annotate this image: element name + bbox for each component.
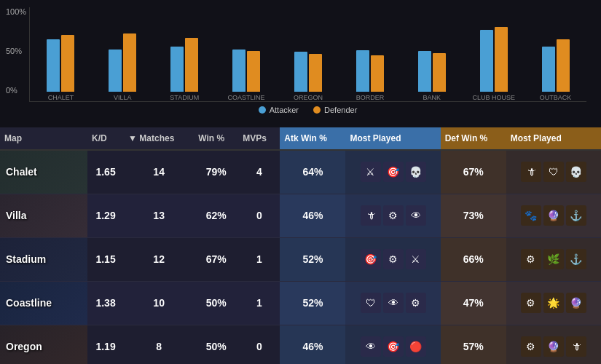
kd-value: 1.38 <box>87 281 124 325</box>
win-pct-value: 62% <box>194 194 238 237</box>
col-mvps: MVPs <box>238 127 280 150</box>
table-header-row: Map K/D ▼ Matches Win % MVPs Atk Win % <box>0 127 601 150</box>
chart-bars <box>356 8 384 92</box>
mvps-value: 1 <box>238 281 280 325</box>
defender-label: Defender <box>324 106 357 114</box>
operator-icon: 🐾 <box>521 205 541 226</box>
win-pct-value: 79% <box>194 150 238 194</box>
atk-win-pct: 52% <box>280 281 345 325</box>
chart-legend: Attacker Defender <box>29 106 586 114</box>
chart-map-label: CHALET <box>48 94 74 101</box>
matches-value: 12 <box>124 237 194 281</box>
mvps-value: 0 <box>238 325 280 364</box>
map-name: Coastline <box>6 297 52 309</box>
def-most-played: ⚙🔮🗡 <box>506 325 601 364</box>
y-label-100: 100% <box>6 7 26 16</box>
chart-bars <box>170 8 198 92</box>
chart-bars <box>109 8 136 92</box>
operator-icon: 🔮 <box>543 336 564 357</box>
operator-icon: 🔴 <box>406 336 426 357</box>
attacker-dot <box>259 106 266 114</box>
bar-attacker <box>109 50 122 92</box>
chart-area: CHALETVILLASTADIUMCOASTLINEOREGONBORDERB… <box>29 7 586 102</box>
chart-bars <box>47 8 74 92</box>
operator-icon: ⚙ <box>383 249 404 269</box>
col-atk-most-played: Most Played <box>345 127 440 150</box>
atk-most-played: 🛡👁⚙ <box>345 281 440 325</box>
bar-defender <box>123 33 136 92</box>
atk-op-icons: 👁🎯🔴 <box>350 336 436 357</box>
chart-section: 100% 50% 0% CHALETVILLASTADIUMCOASTLINEO… <box>0 0 601 127</box>
operator-icon: ⚓ <box>566 249 586 269</box>
stats-table: Map K/D ▼ Matches Win % MVPs Atk Win % <box>0 127 601 364</box>
chart-group-outback: OUTBACK <box>525 8 586 101</box>
table-row: Coastline1.381050%152%🛡👁⚙47%⚙🌟🔮 <box>0 281 601 325</box>
chart-group-chalet: CHALET <box>30 8 92 101</box>
kd-value: 1.15 <box>87 237 124 281</box>
table-row: Stadium1.151267%152%🎯⚙⚔66%⚙🌿⚓ <box>0 237 601 281</box>
bar-defender <box>185 38 198 92</box>
atk-most-played: ⚔🎯💀 <box>345 150 440 194</box>
chart-bars <box>542 8 570 92</box>
chart-map-label: OUTBACK <box>540 94 572 101</box>
operator-icon: 👁 <box>361 336 381 357</box>
chart-group-club-house: CLUB HOUSE <box>463 8 525 101</box>
operator-icon: 🎯 <box>383 162 404 182</box>
col-map: Map <box>0 127 87 150</box>
operator-icon: 🗡 <box>361 205 381 226</box>
legend-defender: Defender <box>313 106 357 114</box>
operator-icon: ⚓ <box>566 205 586 226</box>
map-cell: Chalet <box>0 150 87 194</box>
operator-icon: 💀 <box>406 162 426 182</box>
chart-group-stadium: STADIUM <box>154 8 216 101</box>
col-def-most-played: Most Played <box>506 127 601 150</box>
def-op-icons: ⚙🌿⚓ <box>511 249 597 269</box>
map-name: Villa <box>6 210 27 221</box>
map-name: Chalet <box>6 166 37 178</box>
operator-icon: 🛡 <box>361 293 381 313</box>
mvps-value: 1 <box>238 237 280 281</box>
operator-icon: 🎯 <box>361 249 381 269</box>
map-name: Stadium <box>6 253 46 265</box>
operator-icon: 🎯 <box>383 336 404 357</box>
y-label-50: 50% <box>6 47 26 55</box>
bar-defender <box>61 35 74 92</box>
chart-map-label: CLUB HOUSE <box>472 94 515 101</box>
atk-op-icons: ⚔🎯💀 <box>350 162 436 182</box>
matches-value: 8 <box>124 325 194 364</box>
chart-bars <box>418 8 446 92</box>
atk-op-icons: 🎯⚙⚔ <box>350 249 436 269</box>
def-op-icons: 🐾🔮⚓ <box>511 205 597 226</box>
kd-value: 1.19 <box>87 325 124 364</box>
bar-defender <box>433 53 446 92</box>
atk-win-pct: 46% <box>280 194 345 237</box>
chart-y-labels: 100% 50% 0% <box>6 7 26 95</box>
bar-defender <box>309 54 322 92</box>
chart-map-label: BANK <box>423 94 441 101</box>
bar-attacker <box>542 47 555 92</box>
bar-attacker <box>232 50 245 92</box>
map-name: Oregon <box>6 341 42 352</box>
bar-defender <box>557 39 570 92</box>
atk-win-pct: 46% <box>280 325 345 364</box>
operator-icon: ⚙ <box>521 293 541 313</box>
chart-bars <box>294 8 322 92</box>
chart-map-label: COASTLINE <box>228 94 265 101</box>
chart-map-label: VILLA <box>114 94 132 101</box>
operator-icon: 🔮 <box>566 293 586 313</box>
matches-value: 10 <box>124 281 194 325</box>
chart-map-label: OREGON <box>294 94 323 101</box>
y-label-0: 0% <box>6 86 26 95</box>
col-win-pct: Win % <box>194 127 238 150</box>
def-win-pct: 66% <box>441 237 506 281</box>
operator-icon: 🌿 <box>543 249 564 269</box>
operator-icon: 🗡 <box>566 336 586 357</box>
win-pct-value: 50% <box>194 325 238 364</box>
kd-value: 1.29 <box>87 194 124 237</box>
col-matches[interactable]: ▼ Matches <box>124 127 194 150</box>
table-row: Chalet1.651479%464%⚔🎯💀67%🗡🛡💀 <box>0 150 601 194</box>
matches-value: 13 <box>124 194 194 237</box>
def-op-icons: 🗡🛡💀 <box>511 162 597 182</box>
atk-op-icons: 🛡👁⚙ <box>350 293 436 313</box>
bar-attacker <box>170 47 184 92</box>
